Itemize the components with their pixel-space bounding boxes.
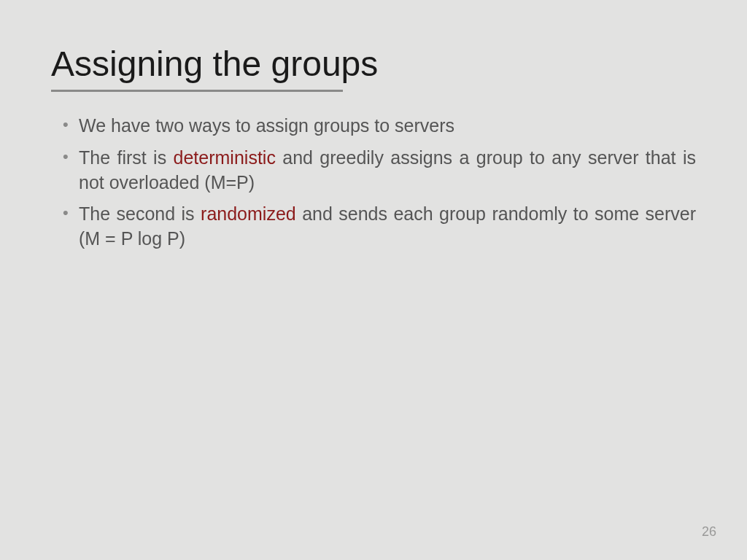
bullet-text-highlight: randomized [201,203,296,224]
bullet-item: The first is deterministic and greedily … [66,146,696,195]
bullet-text-pre: The second is [79,203,201,224]
bullet-item: We have two ways to assign groups to ser… [66,114,696,139]
bullet-text-pre: We have two ways to assign groups to ser… [79,115,454,136]
slide-title: Assigning the groups [51,44,696,84]
bullet-text-highlight: deterministic [174,147,276,168]
title-underline [51,90,343,92]
bullet-item: The second is randomized and sends each … [66,202,696,252]
page-number: 26 [702,524,716,540]
bullet-list: We have two ways to assign groups to ser… [51,114,696,252]
slide-container: Assigning the groups We have two ways to… [0,0,747,560]
bullet-text-pre: The first is [79,147,174,168]
